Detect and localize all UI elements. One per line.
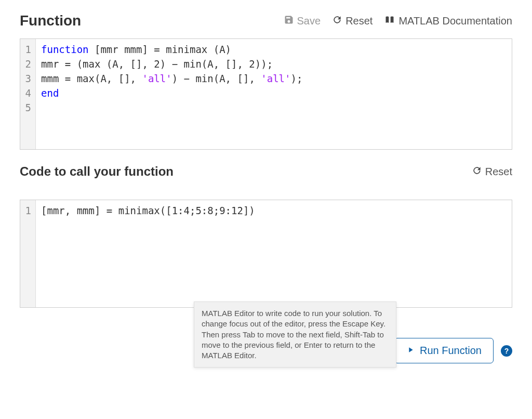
function-actions: Save Reset MATLAB Documentation (284, 15, 512, 28)
reset-button-call[interactable]: Reset (472, 165, 512, 178)
call-header: Code to call your function Reset (20, 164, 512, 179)
reset-label: Reset (485, 166, 512, 178)
save-label: Save (297, 15, 321, 27)
call-title: Code to call your function (20, 164, 174, 179)
docs-label: MATLAB Documentation (398, 15, 512, 27)
call-editor-gutter: 1 (20, 200, 36, 307)
run-label: Run Function (420, 345, 482, 357)
save-icon (284, 15, 294, 28)
save-button[interactable]: Save (284, 15, 321, 28)
function-editor-code[interactable]: function [mmr mmm] = minimax (A) mmr = (… (36, 39, 512, 149)
reset-icon (332, 15, 342, 28)
editor-tooltip: MATLAB Editor to write code to run your … (194, 302, 396, 368)
function-header: Function Save Reset MATLAB Documentation (20, 12, 512, 29)
reset-label: Reset (345, 15, 373, 27)
docs-button[interactable]: MATLAB Documentation (384, 15, 512, 28)
function-editor-gutter: 12345 (20, 39, 36, 149)
function-title: Function (20, 12, 81, 29)
call-editor-code[interactable]: [mmr, mmm] = minimax([1:4;5:8;9:12]) (36, 200, 512, 307)
play-icon (406, 345, 415, 357)
book-icon (384, 15, 395, 28)
reset-icon (472, 165, 482, 178)
help-button[interactable]: ? (501, 345, 512, 357)
call-actions: Reset (472, 165, 512, 178)
function-editor[interactable]: 12345 function [mmr mmm] = minimax (A) m… (20, 38, 512, 150)
reset-button-function[interactable]: Reset (332, 15, 373, 28)
call-editor[interactable]: 1 [mmr, mmm] = minimax([1:4;5:8;9:12]) (20, 200, 512, 308)
run-function-button[interactable]: Run Function (394, 338, 494, 363)
